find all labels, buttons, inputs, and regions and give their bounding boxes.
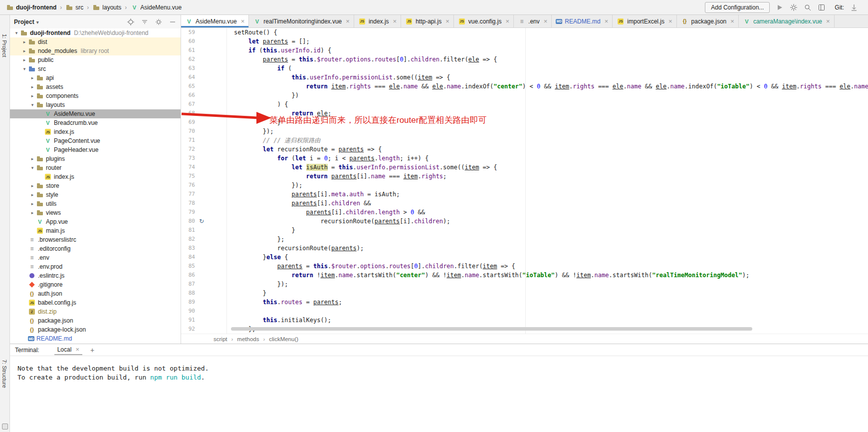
line-number[interactable]: 83 [181, 244, 196, 253]
expand-arrow-icon[interactable] [21, 66, 28, 71]
tree-item-breadcrumb.vue[interactable]: Breadcrumb.vue [10, 118, 181, 127]
editor-tab-realtimemonitoring-index.vue[interactable]: realTimeMonitoring\index.vue [249, 15, 354, 27]
tree-item-asidemenu.vue[interactable]: AsideMenu.vue [10, 109, 181, 118]
tree-item-.eslintrc.js[interactable]: .eslintrc.js [10, 271, 181, 280]
terminal-output[interactable]: Note that the development build is not o… [10, 356, 868, 382]
line-number[interactable]: 89 [181, 298, 196, 307]
editor-tab-cameramanage-index.vue[interactable]: cameraManage\index.vue [739, 15, 835, 27]
horizontal-scrollbar[interactable] [231, 327, 752, 331]
line-number[interactable]: 63 [181, 64, 196, 73]
line-number[interactable]: 78 [181, 199, 196, 208]
tree-item-index.js[interactable]: index.js [10, 172, 181, 181]
add-configuration-button[interactable]: Add Configuration... [705, 2, 770, 13]
close-icon[interactable] [393, 17, 397, 25]
line-number[interactable]: 62 [181, 55, 196, 64]
line-number[interactable]: 70 [181, 127, 196, 136]
gear-icon[interactable] [790, 3, 798, 11]
expand-arrow-icon[interactable] [29, 192, 36, 197]
tree-item-layouts[interactable]: layouts [10, 100, 181, 109]
line-number[interactable]: 77 [181, 190, 196, 199]
editor-tab-package.json[interactable]: package.json [677, 15, 739, 27]
close-icon[interactable] [605, 17, 609, 25]
editor-tab-http-api.js[interactable]: http-api.js [401, 15, 454, 27]
tree-item-dist.zip[interactable]: dist.zip [10, 307, 181, 316]
line-number[interactable]: 69 [181, 118, 196, 127]
line-number[interactable]: 79 [181, 208, 196, 217]
breadcrumb-script[interactable]: script [214, 336, 227, 342]
expand-arrow-icon[interactable] [29, 156, 36, 161]
tree-item-auth.json[interactable]: auth.json [10, 289, 181, 298]
close-icon[interactable] [445, 17, 449, 25]
tree-item-src[interactable]: src [10, 64, 181, 73]
editor-tab-vue.config.js[interactable]: vue.config.js [454, 15, 514, 27]
line-number[interactable]: 65 [181, 82, 196, 91]
tree-item-plugins[interactable]: plugins [10, 154, 181, 163]
tree-item-node-modules[interactable]: node_moduleslibrary root [10, 46, 181, 55]
close-icon[interactable] [668, 17, 672, 25]
line-number[interactable]: 71 [181, 136, 196, 145]
editor-tab-asidemenu.vue[interactable]: AsideMenu.vue [181, 15, 249, 27]
line-number[interactable]: 64 [181, 73, 196, 82]
tool-window-switcher-icon[interactable] [2, 424, 8, 430]
line-number[interactable]: 87 [181, 280, 196, 289]
tree-item-router[interactable]: router [10, 163, 181, 172]
line-number[interactable]: 82 [181, 235, 196, 244]
breadcrumb-methods[interactable]: methods [237, 336, 259, 342]
expand-arrow-icon[interactable] [29, 165, 36, 170]
line-number[interactable]: 92 [181, 325, 196, 334]
tree-item-api[interactable]: api [10, 73, 181, 82]
editor-tab-readme.md[interactable]: README.md [552, 15, 613, 27]
expand-arrow-icon[interactable] [29, 210, 36, 215]
breadcrumb-project[interactable]: duoji-frontend [5, 3, 57, 11]
vcs-update-icon[interactable] [850, 3, 858, 11]
line-number[interactable]: 61 [181, 46, 196, 55]
tree-item-.editorconfig[interactable]: .editorconfig [10, 244, 181, 253]
breadcrumb-file[interactable]: AsideMenu.vue [129, 3, 183, 11]
project-view-selector[interactable]: Project [14, 18, 39, 25]
minimize-icon[interactable] [169, 18, 177, 26]
tree-item-pageheader.vue[interactable]: PageHeader.vue [10, 145, 181, 154]
line-number[interactable]: 75 [181, 172, 196, 181]
tree-item-dist[interactable]: dist [10, 37, 181, 46]
gear-icon[interactable] [155, 18, 163, 26]
tree-item-.gitignore[interactable]: .gitignore [10, 280, 181, 289]
close-icon[interactable] [346, 17, 350, 25]
line-number[interactable]: 74 [181, 163, 196, 172]
tree-item-views[interactable]: views [10, 208, 181, 217]
run-icon[interactable] [776, 3, 784, 11]
close-icon[interactable] [75, 346, 79, 353]
tree-item-duoji-frontend[interactable]: duoji-frontendD:\zheheWeb\duoji-frontend [10, 28, 181, 37]
tree-item-.env.prod[interactable]: .env.prod [10, 262, 181, 271]
tree-item-utils[interactable]: utils [10, 199, 181, 208]
expand-arrow-icon[interactable] [29, 183, 36, 188]
close-icon[interactable] [730, 17, 734, 25]
tree-item-components[interactable]: components [10, 91, 181, 100]
line-number[interactable]: 88 [181, 289, 196, 298]
editor-tab-index.js[interactable]: index.js [354, 15, 401, 27]
tree-item-package-lock.json[interactable]: package-lock.json [10, 325, 181, 334]
expand-arrow-icon[interactable] [29, 201, 36, 206]
expand-arrow-icon[interactable] [29, 102, 36, 107]
close-icon[interactable] [826, 17, 830, 25]
tree-item-main.js[interactable]: main.js [10, 226, 181, 235]
line-number[interactable]: 72 [181, 145, 196, 154]
expand-arrow-icon[interactable] [21, 48, 28, 53]
layout-icon[interactable] [818, 3, 826, 11]
line-number[interactable]: 81 [181, 226, 196, 235]
tree-item-pagecontent.vue[interactable]: PageContent.vue [10, 136, 181, 145]
line-number[interactable]: 76 [181, 181, 196, 190]
editor-tab-.env[interactable]: .env [514, 15, 552, 27]
close-icon[interactable] [505, 17, 509, 25]
search-icon[interactable] [804, 3, 812, 11]
git-label[interactable]: Git: [835, 4, 844, 11]
expand-arrow-icon[interactable] [29, 75, 36, 80]
line-number[interactable]: 86 [181, 271, 196, 280]
tree-item-.env[interactable]: .env [10, 253, 181, 262]
breadcrumb-src[interactable]: src [64, 3, 84, 11]
tree-item-.browserslistrc[interactable]: .browserslistrc [10, 235, 181, 244]
locate-icon[interactable] [127, 18, 135, 26]
close-icon[interactable] [544, 17, 548, 25]
code-editor[interactable]: 59setRoute() {60 let parents = [];61 if … [181, 28, 868, 334]
expand-arrow-icon[interactable] [29, 84, 36, 89]
tree-item-assets[interactable]: assets [10, 82, 181, 91]
